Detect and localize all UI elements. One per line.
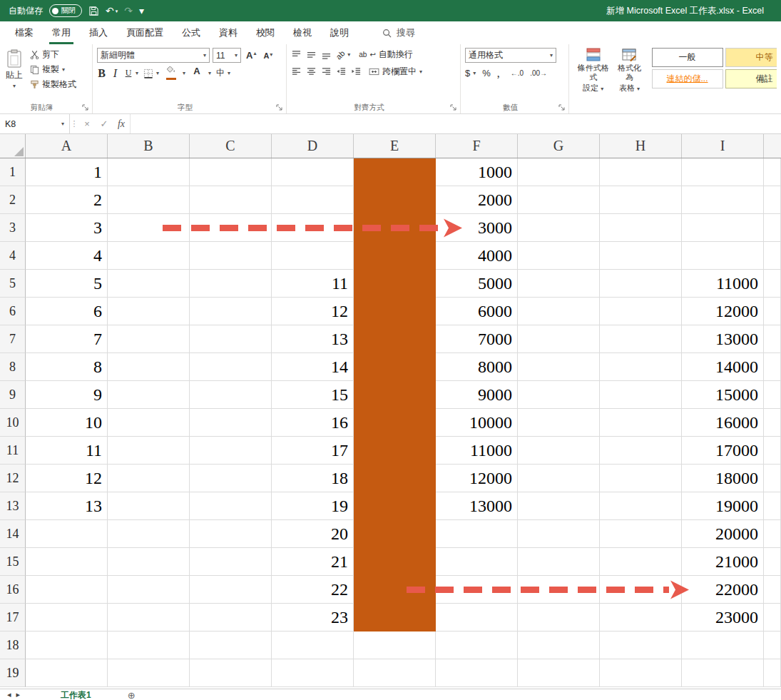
phonetic-guide-button[interactable]: 中 ▾ bbox=[216, 66, 230, 80]
align-left-icon[interactable] bbox=[291, 67, 302, 76]
orientation-button[interactable]: ab ▾ bbox=[336, 48, 350, 61]
cell-A5[interactable]: 5 bbox=[26, 270, 108, 298]
cell-E8[interactable] bbox=[354, 353, 436, 381]
cell-partial-10[interactable] bbox=[764, 409, 781, 437]
name-box[interactable]: K8 ▾ bbox=[0, 114, 70, 133]
cell-H16[interactable] bbox=[600, 576, 682, 604]
cell-F19[interactable] bbox=[436, 659, 518, 687]
cell-I17[interactable]: 23000 bbox=[682, 604, 764, 631]
sheet-tab[interactable]: 工作表1 bbox=[55, 691, 97, 700]
cell-E16[interactable] bbox=[354, 576, 436, 604]
cell-partial-12[interactable] bbox=[764, 465, 781, 492]
row-header-11[interactable]: 11 bbox=[0, 437, 26, 465]
cell-style-3[interactable]: 備註 bbox=[725, 69, 777, 88]
cell-F4[interactable]: 4000 bbox=[436, 242, 518, 270]
cell-C3[interactable] bbox=[190, 214, 272, 242]
cell-I16[interactable]: 22000 bbox=[682, 576, 764, 604]
cell-E5[interactable] bbox=[354, 270, 436, 298]
column-header-I[interactable]: I bbox=[682, 134, 764, 158]
cell-G18[interactable] bbox=[518, 631, 600, 659]
cell-E17[interactable] bbox=[354, 604, 436, 631]
ribbon-tab-8[interactable]: 說明 bbox=[321, 21, 358, 44]
cell-H4[interactable] bbox=[600, 242, 682, 270]
cell-B9[interactable] bbox=[108, 381, 190, 409]
align-top-icon[interactable] bbox=[291, 50, 302, 59]
cell-D18[interactable] bbox=[272, 631, 354, 659]
cell-B1[interactable] bbox=[108, 158, 190, 186]
cell-B5[interactable] bbox=[108, 270, 190, 298]
conditional-formatting-button[interactable]: 條件式格式 設定 ▾ bbox=[573, 48, 613, 93]
row-header-12[interactable]: 12 bbox=[0, 465, 26, 492]
cell-A13[interactable]: 13 bbox=[26, 492, 108, 520]
cell-G6[interactable] bbox=[518, 298, 600, 325]
cell-E7[interactable] bbox=[354, 325, 436, 353]
search-box[interactable]: 搜尋 bbox=[382, 21, 415, 44]
cell-B16[interactable] bbox=[108, 576, 190, 604]
cell-C7[interactable] bbox=[190, 325, 272, 353]
cancel-button[interactable]: × bbox=[78, 114, 96, 133]
cell-C10[interactable] bbox=[190, 409, 272, 437]
cell-H2[interactable] bbox=[600, 186, 682, 214]
cell-F2[interactable]: 2000 bbox=[436, 186, 518, 214]
cell-B6[interactable] bbox=[108, 298, 190, 325]
font-color-button[interactable]: A bbox=[190, 66, 203, 80]
cell-D4[interactable] bbox=[272, 242, 354, 270]
cell-H17[interactable] bbox=[600, 604, 682, 631]
cell-D17[interactable]: 23 bbox=[272, 604, 354, 631]
ribbon-tab-4[interactable]: 公式 bbox=[173, 21, 210, 44]
row-header-19[interactable]: 19 bbox=[0, 659, 26, 687]
decrease-decimal-button[interactable]: .00→ bbox=[530, 66, 547, 80]
cell-E15[interactable] bbox=[354, 548, 436, 576]
cell-G10[interactable] bbox=[518, 409, 600, 437]
shrink-font-button[interactable]: A ▾ bbox=[261, 51, 275, 60]
cell-partial-17[interactable] bbox=[764, 604, 781, 631]
cell-C5[interactable] bbox=[190, 270, 272, 298]
cell-H14[interactable] bbox=[600, 520, 682, 548]
cell-A16[interactable] bbox=[26, 576, 108, 604]
cell-H11[interactable] bbox=[600, 437, 682, 465]
cell-B10[interactable] bbox=[108, 409, 190, 437]
cell-partial-11[interactable] bbox=[764, 437, 781, 465]
cell-G11[interactable] bbox=[518, 437, 600, 465]
cell-I7[interactable]: 13000 bbox=[682, 325, 764, 353]
cell-A11[interactable]: 11 bbox=[26, 437, 108, 465]
cell-F18[interactable] bbox=[436, 631, 518, 659]
column-header-F[interactable]: F bbox=[436, 134, 518, 158]
row-header-5[interactable]: 5 bbox=[0, 270, 26, 298]
italic-button[interactable]: I bbox=[111, 67, 119, 80]
column-header-H[interactable]: H bbox=[600, 134, 682, 158]
column-header-D[interactable]: D bbox=[272, 134, 354, 158]
cell-F1[interactable]: 1000 bbox=[436, 158, 518, 186]
cell-G16[interactable] bbox=[518, 576, 600, 604]
cell-C19[interactable] bbox=[190, 659, 272, 687]
cell-G12[interactable] bbox=[518, 465, 600, 492]
grow-font-button[interactable]: A ▴ bbox=[244, 50, 258, 61]
cell-C15[interactable] bbox=[190, 548, 272, 576]
select-all-button[interactable] bbox=[0, 134, 26, 158]
cell-A17[interactable] bbox=[26, 604, 108, 631]
cell-H15[interactable] bbox=[600, 548, 682, 576]
cell-F15[interactable] bbox=[436, 548, 518, 576]
align-bottom-icon[interactable] bbox=[321, 50, 332, 59]
ribbon-tab-7[interactable]: 檢視 bbox=[284, 21, 321, 44]
cell-G17[interactable] bbox=[518, 604, 600, 631]
cell-G4[interactable] bbox=[518, 242, 600, 270]
cell-F14[interactable] bbox=[436, 520, 518, 548]
row-header-8[interactable]: 8 bbox=[0, 353, 26, 381]
cell-H10[interactable] bbox=[600, 409, 682, 437]
bold-button[interactable]: B bbox=[97, 67, 106, 80]
cell-D13[interactable]: 19 bbox=[272, 492, 354, 520]
cell-G15[interactable] bbox=[518, 548, 600, 576]
cell-B12[interactable] bbox=[108, 465, 190, 492]
cell-I18[interactable] bbox=[682, 631, 764, 659]
column-header-partial[interactable] bbox=[764, 134, 781, 158]
save-button[interactable] bbox=[88, 6, 99, 16]
cell-D5[interactable]: 11 bbox=[272, 270, 354, 298]
cell-style-1[interactable]: 中等 bbox=[725, 48, 777, 67]
add-sheet-button[interactable]: ⊕ bbox=[128, 691, 136, 700]
cell-G7[interactable] bbox=[518, 325, 600, 353]
cell-E3[interactable] bbox=[354, 214, 436, 242]
cell-I14[interactable]: 20000 bbox=[682, 520, 764, 548]
row-header-14[interactable]: 14 bbox=[0, 520, 26, 548]
autosave-toggle[interactable]: 關閉 bbox=[49, 4, 82, 17]
